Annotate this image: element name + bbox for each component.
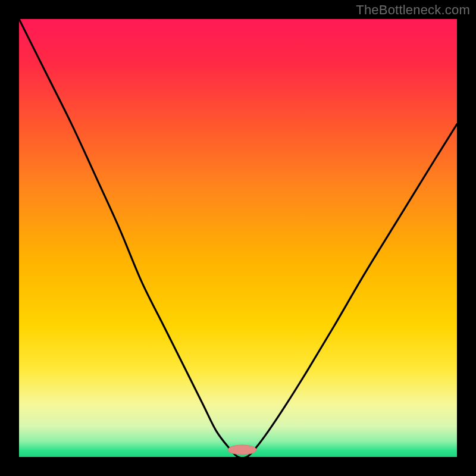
watermark-text: TheBottleneck.com (356, 2, 470, 18)
optimal-point-marker (228, 445, 256, 455)
bottleneck-chart (0, 0, 476, 476)
plot-background (19, 19, 457, 457)
chart-frame: TheBottleneck.com (0, 0, 476, 476)
